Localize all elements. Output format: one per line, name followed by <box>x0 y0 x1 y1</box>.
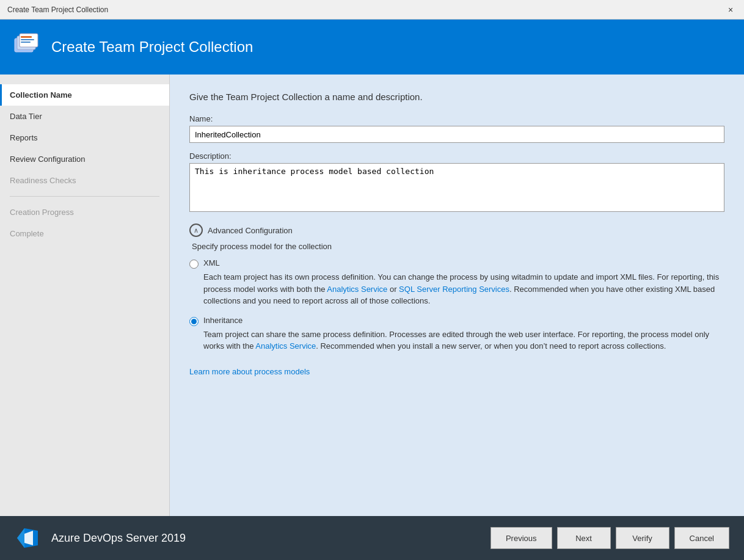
content-heading: Give the Team Project Collection a name … <box>189 92 724 102</box>
svg-rect-3 <box>21 36 32 38</box>
learn-more-link[interactable]: Learn more about process models <box>189 367 310 376</box>
advanced-config-label: Advanced Configuration <box>208 226 293 235</box>
description-label: Description: <box>189 151 724 161</box>
title-bar: Create Team Project Collection × <box>0 0 744 20</box>
footer-brand-title: Azure DevOps Server 2019 <box>51 532 186 545</box>
analytics-service-link-1[interactable]: Analytics Service <box>327 285 387 294</box>
xml-radio-label[interactable]: XML <box>203 258 220 267</box>
xml-radio-option: XML Each team project has its own proces… <box>189 258 724 307</box>
sidebar-item-complete: Complete <box>0 223 169 244</box>
svg-marker-7 <box>17 528 24 548</box>
inheritance-radio-option: Inheritance Team project can share the s… <box>189 316 724 352</box>
svg-rect-4 <box>21 39 34 40</box>
sidebar-divider <box>10 196 159 197</box>
main-area: Collection Name Data Tier Reports Review… <box>0 75 744 516</box>
azure-devops-icon <box>15 525 42 551</box>
sidebar: Collection Name Data Tier Reports Review… <box>0 75 170 516</box>
svg-rect-5 <box>21 42 31 43</box>
xml-radio-input[interactable] <box>189 260 199 269</box>
footer: Azure DevOps Server 2019 Previous Next V… <box>0 516 744 560</box>
inheritance-radio-label[interactable]: Inheritance <box>203 316 243 325</box>
sidebar-item-data-tier[interactable]: Data Tier <box>0 106 169 127</box>
footer-brand: Azure DevOps Server 2019 <box>15 525 186 551</box>
chevron-up-icon: ∧ <box>189 224 203 237</box>
name-label: Name: <box>189 114 724 123</box>
learn-more-section: Learn more about process models <box>189 367 724 376</box>
inheritance-desc-text2: . Recommended when you install a new ser… <box>316 341 666 351</box>
inheritance-radio-desc: Team project can share the same process … <box>203 329 724 352</box>
name-input[interactable] <box>189 126 724 143</box>
sidebar-item-readiness-checks: Readiness Checks <box>0 170 169 191</box>
content-panel: Give the Team Project Collection a name … <box>170 75 744 516</box>
sidebar-item-review-configuration[interactable]: Review Configuration <box>0 148 169 170</box>
inheritance-radio-input[interactable] <box>189 317 199 326</box>
sidebar-item-creation-progress: Creation Progress <box>0 202 169 223</box>
title-bar-text: Create Team Project Collection <box>7 5 108 14</box>
cancel-button[interactable]: Cancel <box>674 527 729 549</box>
header-banner: Create Team Project Collection <box>0 20 744 75</box>
sql-server-reporting-link[interactable]: SQL Server Reporting Services <box>399 285 509 294</box>
header-title: Create Team Project Collection <box>51 38 253 56</box>
specify-text: Specify process model for the collection <box>192 242 724 251</box>
analytics-service-link-2[interactable]: Analytics Service <box>255 341 316 351</box>
sidebar-item-reports[interactable]: Reports <box>0 127 169 148</box>
verify-button[interactable]: Verify <box>616 527 669 549</box>
sidebar-item-collection-name[interactable]: Collection Name <box>0 84 169 106</box>
advanced-config-toggle[interactable]: ∧ Advanced Configuration <box>189 224 724 237</box>
wizard-icon <box>12 32 42 62</box>
xml-desc-text2: or <box>387 285 399 294</box>
close-button[interactable]: × <box>724 4 737 16</box>
description-textarea[interactable]: This is inheritance process model based … <box>189 163 724 212</box>
footer-buttons: Previous Next Verify Cancel <box>491 527 729 549</box>
next-button[interactable]: Next <box>557 527 611 549</box>
xml-radio-desc: Each team project has its own process de… <box>203 271 724 307</box>
previous-button[interactable]: Previous <box>491 527 552 549</box>
